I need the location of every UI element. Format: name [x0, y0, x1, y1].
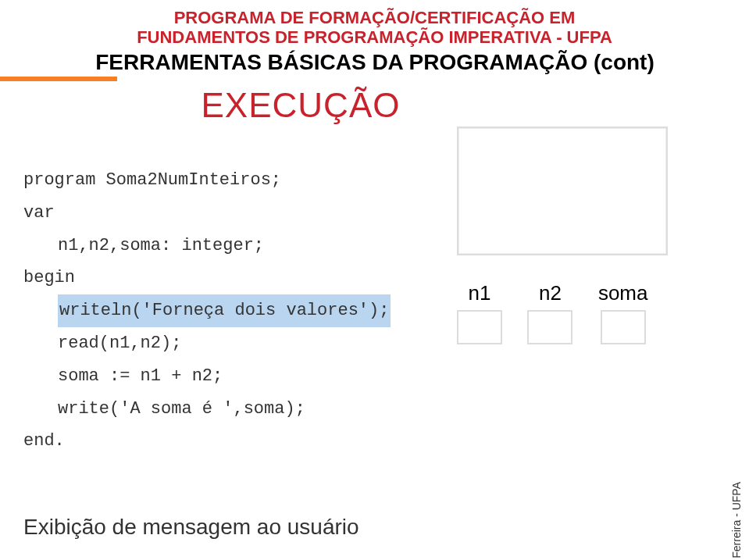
variable-soma: soma — [598, 281, 648, 344]
code-line-highlighted: writeln('Forneça dois valores'); — [23, 294, 414, 327]
code-line: var — [23, 197, 414, 230]
code-line: end. — [23, 425, 414, 458]
header-line-1: PROGRAMA DE FORMAÇÃO/CERTIFICAÇÃO EM — [0, 8, 749, 27]
slide-header: PROGRAMA DE FORMAÇÃO/CERTIFICAÇÃO EM FUN… — [0, 8, 749, 48]
accent-bar — [0, 77, 117, 81]
code-line: n1,n2,soma: integer; — [23, 230, 414, 262]
variable-label: n1 — [457, 281, 502, 305]
variable-value-box — [457, 310, 502, 344]
code-line: begin — [23, 262, 414, 294]
header-line-2: FUNDAMENTOS DE PROGRAMAÇÃO IMPERATIVA - … — [0, 27, 749, 47]
slide: { "header": { "line1": "PROGRAMA DE FORM… — [0, 0, 749, 560]
code-line: write('A soma é ',soma); — [23, 393, 414, 426]
slide-subtitle: FERRAMENTAS BÁSICAS DA PROGRAMAÇÃO (cont… — [94, 50, 656, 75]
console-output-box — [457, 127, 668, 255]
variable-n1: n1 — [457, 281, 502, 344]
side-credit: Prof. Benedito Ferreira - UFPA — [730, 482, 743, 560]
variable-label: n2 — [527, 281, 572, 305]
code-block: program Soma2NumInteiros; var n1,n2,soma… — [23, 164, 414, 458]
variable-n2: n2 — [527, 281, 572, 344]
footer-caption: Exibição de mensagem ao usuário — [23, 515, 359, 540]
variable-label: soma — [598, 281, 648, 305]
variables-area: n1 n2 soma — [457, 281, 699, 344]
code-line: program Soma2NumInteiros; — [23, 164, 414, 197]
variable-value-box — [601, 310, 646, 344]
section-title: EXECUÇÃO — [164, 86, 437, 125]
variable-value-box — [527, 310, 572, 344]
code-line: soma := n1 + n2; — [23, 360, 414, 393]
code-line: read(n1,n2); — [23, 327, 414, 360]
